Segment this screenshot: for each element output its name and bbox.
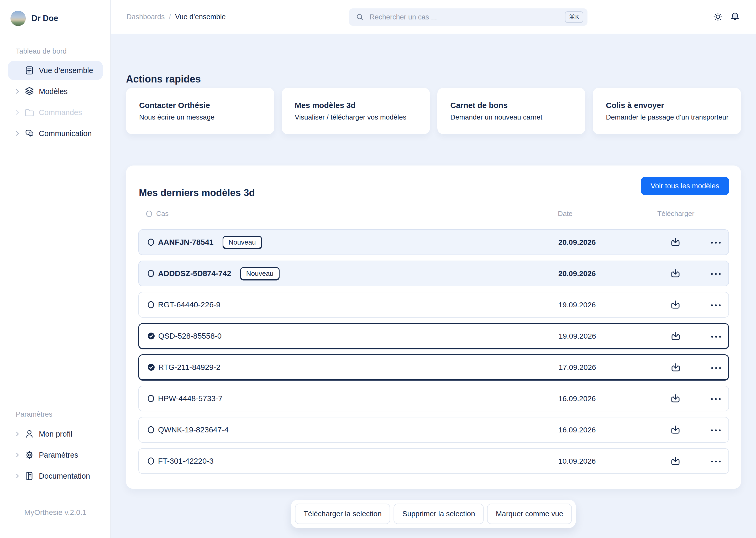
- sidebar-item-label: Commandes: [39, 108, 82, 117]
- download-icon: [670, 237, 681, 248]
- sun-icon: [712, 11, 724, 22]
- new-badge: Nouveau: [223, 236, 262, 248]
- app-version: MyOrthesie v.2.0.1: [0, 508, 111, 517]
- row-checkbox[interactable]: [148, 363, 155, 371]
- notifications-button[interactable]: [730, 11, 740, 22]
- row-date: 20.09.2026: [558, 238, 596, 247]
- download-icon: [670, 299, 681, 311]
- more-icon: [710, 241, 722, 244]
- checkbox-unchecked-icon: [147, 270, 155, 277]
- breadcrumb-parent[interactable]: Dashboards: [126, 13, 165, 21]
- card-mes-modeles-3d[interactable]: Mes modèles 3d Visualiser / télécharger …: [282, 88, 430, 134]
- models-panel-title: Mes derniers modèles 3d: [139, 187, 255, 198]
- more-icon: [710, 335, 722, 339]
- card-title: Contacter Orthésie: [139, 101, 274, 110]
- profile-button[interactable]: Dr Doe: [11, 10, 58, 27]
- sidebar-item-label: Documentation: [39, 472, 90, 480]
- row-menu-button[interactable]: [705, 453, 727, 470]
- table-row[interactable]: QWNK-19-823647-4 16.09.2026: [138, 417, 729, 443]
- column-header-cas: Cas: [156, 210, 168, 218]
- row-date: 19.09.2026: [559, 332, 596, 341]
- row-menu-button[interactable]: [705, 328, 727, 345]
- row-checkbox[interactable]: [147, 457, 155, 465]
- search-input[interactable]: [369, 13, 565, 22]
- row-menu-button[interactable]: [705, 360, 727, 376]
- table-row[interactable]: AANFJN-78541 Nouveau 20.09.2026: [138, 229, 729, 255]
- checkbox-unchecked-icon: [146, 210, 153, 217]
- sidebar-item-communication[interactable]: Communication: [8, 124, 103, 143]
- table-row[interactable]: RTG-211-84929-2 17.09.2026: [138, 354, 729, 380]
- checkbox-unchecked-icon: [147, 301, 155, 308]
- layers-icon: [24, 86, 35, 97]
- row-date: 10.09.2026: [558, 457, 596, 465]
- download-button[interactable]: [667, 297, 684, 314]
- download-button[interactable]: [667, 328, 684, 345]
- chevron-right-icon: [14, 130, 21, 137]
- download-button[interactable]: [667, 422, 684, 439]
- card-colis-a-envoyer[interactable]: Colis à envoyer Demander le passage d’un…: [593, 88, 741, 134]
- select-all-checkbox[interactable]: [146, 210, 153, 217]
- folder-icon: [24, 107, 35, 118]
- row-checkbox[interactable]: [147, 426, 155, 433]
- sidebar-item-documentation[interactable]: Documentation: [8, 466, 103, 486]
- row-menu-button[interactable]: [705, 297, 727, 314]
- chevron-right-icon: [14, 88, 21, 95]
- download-button[interactable]: [667, 266, 684, 282]
- quick-action-cards: Contacter Orthésie Nous écrire un messag…: [126, 88, 741, 134]
- checkbox-unchecked-icon: [147, 426, 155, 433]
- chevron-right-icon: [14, 109, 21, 116]
- case-id: FT-301-42220-3: [158, 457, 214, 465]
- checkbox-unchecked-icon: [147, 457, 155, 465]
- download-button[interactable]: [667, 234, 684, 251]
- row-checkbox[interactable]: [147, 239, 155, 246]
- sidebar-item-mon-profil[interactable]: Mon profil: [8, 424, 103, 444]
- quick-actions-title: Actions rapides: [126, 74, 201, 85]
- theme-toggle-button[interactable]: [712, 11, 724, 22]
- table-row[interactable]: QSD-528-85558-0 19.09.2026: [138, 323, 729, 349]
- row-date: 17.09.2026: [559, 363, 596, 372]
- avatar: [11, 11, 26, 26]
- download-button[interactable]: [667, 453, 684, 470]
- view-all-models-button[interactable]: Voir tous les modèles: [641, 177, 729, 195]
- search-box[interactable]: ⌘K: [349, 8, 588, 26]
- row-checkbox[interactable]: [148, 332, 155, 340]
- case-id: RGT-64440-226-9: [158, 300, 220, 309]
- row-date: 16.09.2026: [558, 426, 596, 434]
- row-checkbox[interactable]: [147, 270, 155, 277]
- row-checkbox[interactable]: [147, 395, 155, 402]
- row-menu-button[interactable]: [705, 234, 727, 251]
- row-checkbox[interactable]: [147, 301, 155, 308]
- card-title: Colis à envoyer: [606, 101, 741, 110]
- sidebar-item-modeles[interactable]: Modèles: [8, 82, 103, 101]
- delete-selection-button[interactable]: Supprimer la selection: [394, 504, 484, 524]
- card-contacter-orthesie[interactable]: Contacter Orthésie Nous écrire un messag…: [126, 88, 274, 134]
- mark-as-viewed-button[interactable]: Marquer comme vue: [487, 504, 572, 524]
- model-rows: AANFJN-78541 Nouveau 20.09.2026 ADDDSZ-5…: [138, 229, 729, 479]
- profile-name: Dr Doe: [31, 14, 58, 23]
- download-button[interactable]: [667, 360, 684, 376]
- sidebar-item-parametres[interactable]: Paramètres: [8, 445, 103, 465]
- download-button[interactable]: [667, 391, 684, 407]
- card-carnet-de-bons[interactable]: Carnet de bons Demander un nouveau carne…: [437, 88, 586, 134]
- bulk-actions-bar: Télécharger la selection Supprimer la se…: [291, 500, 576, 528]
- breadcrumb: Dashboards / Vue d’ensemble: [126, 0, 226, 34]
- table-row[interactable]: ADDDSZ-5D874-742 Nouveau 20.09.2026: [138, 261, 729, 286]
- chevron-right-icon: [14, 430, 21, 438]
- case-id: QSD-528-85558-0: [158, 332, 221, 341]
- main-content: Actions rapides Contacter Orthésie Nous …: [111, 34, 756, 538]
- chevron-spacer: [14, 67, 21, 74]
- table-row[interactable]: RGT-64440-226-9 19.09.2026: [138, 292, 729, 318]
- more-icon: [710, 303, 722, 307]
- more-icon: [710, 397, 722, 401]
- table-row[interactable]: HPW-4448-5733-7 16.09.2026: [138, 386, 729, 411]
- checkbox-unchecked-icon: [147, 395, 155, 402]
- download-selection-button[interactable]: Télécharger la selection: [295, 504, 390, 524]
- row-date: 16.09.2026: [558, 394, 596, 403]
- row-menu-button[interactable]: [705, 391, 727, 407]
- card-subtitle: Visualiser / télécharger vos modèles: [295, 113, 430, 121]
- download-icon: [670, 362, 682, 374]
- row-menu-button[interactable]: [705, 422, 727, 439]
- sidebar-item-vue-densemble[interactable]: Vue d’ensemble: [8, 61, 103, 80]
- row-menu-button[interactable]: [705, 266, 727, 282]
- table-row[interactable]: FT-301-42220-3 10.09.2026: [138, 448, 729, 474]
